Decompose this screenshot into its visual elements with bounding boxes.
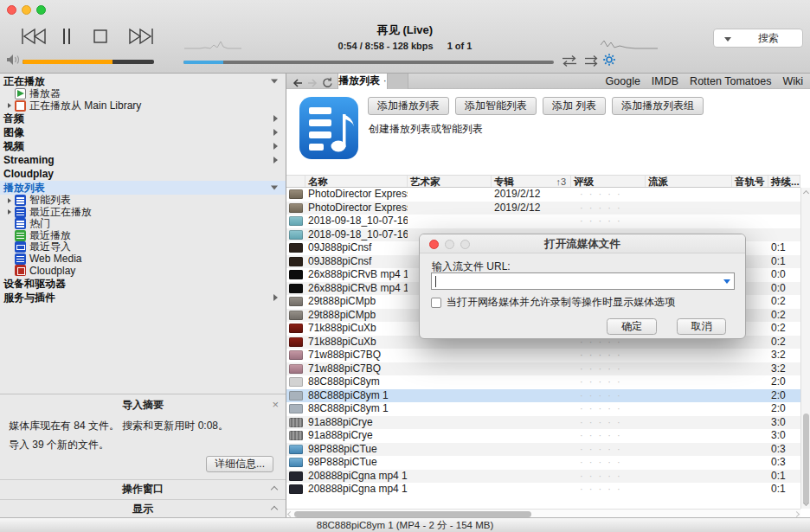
tab-playlists[interactable]: 播放列表 ·: [338, 74, 388, 89]
add-playlist-group-button[interactable]: 添加播放列表组: [612, 97, 704, 115]
table-row[interactable]: 2018-09-18_10-07-16 · · · · ·: [286, 215, 800, 228]
section-arrow-icon[interactable]: [273, 129, 278, 136]
close-icon[interactable]: ×: [272, 397, 279, 413]
sidebar-item[interactable]: Web Media: [0, 253, 286, 266]
cell-rating-dots[interactable]: · · · · ·: [571, 202, 646, 215]
cell-rating-dots[interactable]: · · · · ·: [571, 402, 646, 416]
table-row[interactable]: 91a888piCrye · · · · · 3:0: [286, 416, 800, 430]
cell-rating-dots[interactable]: · · · · ·: [571, 375, 646, 389]
table-row[interactable]: 88C888piC8ym 1 · · · · · 2:0: [286, 402, 800, 416]
ok-button[interactable]: 确定: [607, 318, 657, 335]
horizontal-scrollbar-thumb[interactable]: [294, 511, 531, 517]
collapse-chevron-icon[interactable]: [271, 506, 278, 513]
link-wiki[interactable]: Wiki: [782, 75, 803, 87]
search-input[interactable]: 搜索: [713, 29, 803, 48]
cell-rating-dots[interactable]: · · · · ·: [571, 389, 646, 403]
window-minimize-icon[interactable]: [22, 5, 31, 15]
window-zoom-icon[interactable]: [36, 5, 46, 15]
column-track-number[interactable]: 音轨号: [732, 176, 768, 187]
section-arrow-icon[interactable]: [273, 157, 278, 163]
horizontal-scrollbar[interactable]: [286, 509, 800, 517]
sidebar-item[interactable]: 最近导入: [0, 241, 286, 253]
action-window-panel-header[interactable]: 操作窗口: [0, 479, 286, 497]
link-google[interactable]: Google: [606, 75, 640, 87]
cell-rating-dots[interactable]: · · · · ·: [571, 483, 646, 497]
speaker-icon[interactable]: [6, 54, 21, 69]
column-album[interactable]: 专辑↑3: [492, 176, 571, 187]
column-rating[interactable]: 评级: [571, 176, 646, 187]
cell-rating-dots[interactable]: · · · · ·: [571, 456, 646, 470]
add-playlist-button[interactable]: 添加播放列表: [368, 97, 449, 115]
scroll-right-chevron-icon[interactable]: [794, 510, 800, 516]
table-row[interactable]: 208888piCgna mp4 10s · · · · · 0:1: [286, 470, 800, 484]
display-panel-header[interactable]: 显示: [0, 499, 286, 516]
seek-bar[interactable]: [183, 61, 554, 64]
cell-rating-dots[interactable]: · · · · ·: [571, 362, 646, 376]
sidebar-item[interactable]: 图像: [0, 125, 286, 139]
dialog-close-icon[interactable]: [429, 240, 439, 249]
table-row[interactable]: 71w888piC7BQ · · · · · 3:2: [286, 362, 800, 376]
next-track-button[interactable]: [129, 27, 155, 46]
expander-triangle-icon[interactable]: [8, 103, 11, 108]
cell-rating-dots[interactable]: · · · · ·: [571, 215, 646, 228]
cell-rating-dots[interactable]: · · · · ·: [571, 470, 646, 484]
stop-button[interactable]: [92, 27, 109, 46]
column-name[interactable]: 名称: [305, 176, 408, 187]
section-arrow-icon[interactable]: [273, 294, 278, 301]
cell-rating-dots[interactable]: · · · · ·: [571, 443, 646, 457]
table-row[interactable]: 98P888piCTue · · · · · 0:3: [286, 456, 800, 470]
vertical-scrollbar-thumb[interactable]: [803, 413, 809, 504]
scroll-left-chevron-icon[interactable]: [287, 510, 293, 516]
url-input[interactable]: [431, 272, 735, 290]
vertical-scrollbar[interactable]: [800, 188, 810, 509]
volume-slider[interactable]: [22, 60, 154, 64]
link-imdb[interactable]: IMDB: [652, 75, 678, 87]
column-icon[interactable]: [286, 176, 305, 187]
expander-triangle-icon[interactable]: [8, 198, 11, 203]
table-row[interactable]: 91a888piCrye · · · · · 3:0: [286, 429, 800, 443]
sidebar-item[interactable]: 正在播放从 Main Library: [0, 100, 286, 112]
table-row[interactable]: 71w888piC7BQ · · · · · 3:2: [286, 349, 800, 362]
section-arrow-icon[interactable]: [273, 143, 278, 150]
column-duration[interactable]: 持续...: [768, 176, 800, 187]
cell-rating-dots[interactable]: · · · · ·: [571, 188, 646, 202]
table-row[interactable]: 88C888piC8ym · · · · · 2:0: [286, 375, 800, 389]
section-arrow-icon[interactable]: [271, 186, 278, 190]
table-row[interactable]: PhotoDirector Express T... 2019/2/12 · ·…: [286, 202, 800, 215]
link-rotten-tomatoes[interactable]: Rotten Tomatoes: [690, 75, 771, 87]
sidebar-item[interactable]: Cloudplay: [0, 167, 286, 181]
collapse-chevron-icon[interactable]: [271, 486, 278, 493]
search-scope-chevron-down-icon[interactable]: [724, 37, 731, 42]
sidebar-item[interactable]: 视频: [0, 139, 286, 153]
pause-button[interactable]: [60, 27, 74, 46]
add-smartlist-button[interactable]: 添加智能列表: [455, 97, 537, 115]
checkbox[interactable]: [431, 298, 441, 308]
cancel-button[interactable]: 取消: [677, 318, 726, 335]
table-row[interactable]: 208888piCgna mp4 10s · · · · · 0:1: [286, 483, 800, 497]
window-close-icon[interactable]: [7, 5, 16, 15]
sidebar-item[interactable]: 设备和驱动器: [0, 277, 286, 291]
cell-rating-dots[interactable]: · · · · ·: [571, 349, 646, 362]
table-row[interactable]: PhotoDirector Express T... 2019/2/12 · ·…: [286, 188, 800, 202]
cell-rating-dots[interactable]: · · · · ·: [571, 429, 646, 443]
add-list-button[interactable]: 添加 列表: [543, 97, 606, 115]
previous-track-button[interactable]: [20, 27, 46, 46]
url-history-chevron-down-icon[interactable]: [723, 279, 730, 284]
section-arrow-icon[interactable]: [271, 80, 278, 84]
tab-stub[interactable]: [388, 74, 408, 89]
sidebar-item[interactable]: 音频: [0, 112, 286, 125]
scroll-down-chevron-icon[interactable]: [802, 500, 808, 506]
column-artist[interactable]: 艺术家: [408, 176, 492, 187]
details-button[interactable]: 详细信息...: [206, 456, 273, 472]
column-genre[interactable]: 流派: [646, 176, 732, 187]
scroll-up-chevron-icon[interactable]: [802, 190, 808, 196]
section-arrow-icon[interactable]: [273, 115, 278, 122]
table-row[interactable]: 88C888piC8ym 1 · · · · · 2:0: [286, 389, 800, 403]
shuffle-icon[interactable]: [562, 54, 577, 70]
sidebar-item[interactable]: Streaming: [0, 153, 286, 167]
table-row[interactable]: 98P888piCTue · · · · · 0:3: [286, 443, 800, 457]
repeat-icon[interactable]: [584, 54, 600, 70]
expander-triangle-icon[interactable]: [8, 209, 11, 215]
sidebar-item[interactable]: Cloudplay: [0, 265, 286, 277]
sidebar-item[interactable]: 服务与插件: [0, 291, 286, 304]
